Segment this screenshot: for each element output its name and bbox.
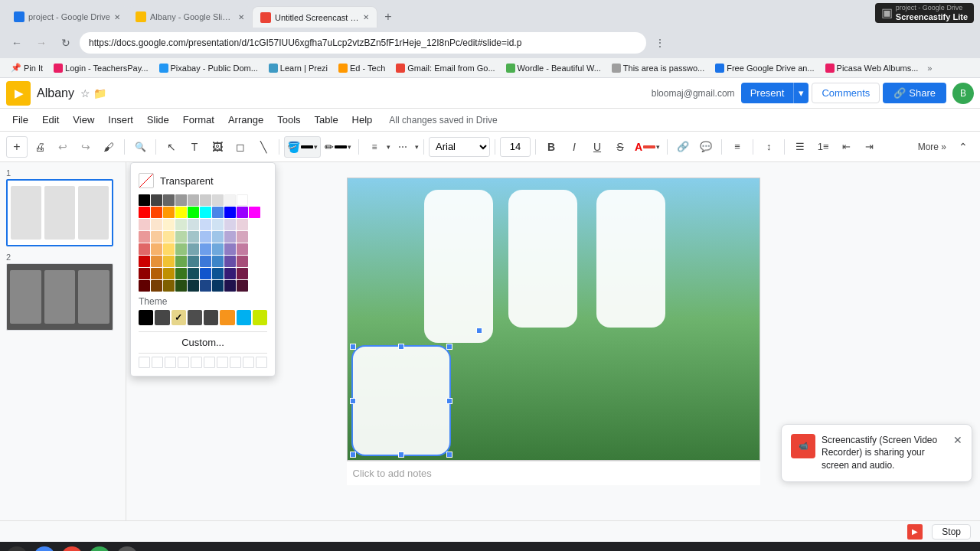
toolbar-text-color-btn[interactable]: A ▾ [632, 136, 662, 158]
recent-color-6[interactable] [204, 357, 215, 368]
color-cell[interactable] [200, 194, 211, 206]
color-cell[interactable] [175, 231, 187, 243]
menu-arrange[interactable]: Arrange [222, 111, 270, 129]
color-cell[interactable] [139, 280, 150, 292]
color-cell[interactable] [188, 256, 199, 267]
color-cell[interactable] [139, 243, 150, 255]
theme-color-2[interactable] [155, 310, 169, 325]
menu-table[interactable]: Table [309, 111, 345, 129]
star-icon[interactable]: ☆ [80, 87, 90, 99]
tab-close-slides[interactable]: ✕ [238, 13, 244, 21]
color-cell[interactable] [163, 268, 175, 279]
extensions-btn[interactable]: ⋮ [649, 32, 671, 54]
color-cell[interactable] [237, 243, 248, 255]
rect-3[interactable] [596, 190, 665, 328]
recent-color-8[interactable] [230, 357, 241, 368]
toolbar-linestyle-btn[interactable]: ⋯ [392, 136, 413, 158]
toolbar-border-dropdown[interactable]: ▾ [387, 143, 390, 151]
color-cell[interactable] [151, 268, 162, 279]
toolbar-strikethrough-btn[interactable]: S [609, 136, 631, 158]
reload-btn[interactable]: ↻ [55, 32, 77, 54]
toolbar-bold-btn[interactable]: B [541, 136, 562, 158]
color-cell[interactable] [151, 194, 162, 206]
color-cell[interactable] [175, 207, 187, 218]
recent-color-2[interactable] [152, 357, 163, 368]
menu-tools[interactable]: Tools [271, 111, 306, 129]
color-cell[interactable] [212, 280, 224, 292]
share-btn[interactable]: 🔗 Share [883, 83, 946, 103]
transparent-option[interactable]: Transparent [139, 171, 267, 194]
color-cell[interactable] [163, 231, 175, 243]
new-tab-btn[interactable]: + [377, 6, 399, 28]
menu-help[interactable]: Help [346, 111, 379, 129]
color-cell[interactable] [188, 207, 199, 218]
color-cell[interactable] [188, 243, 199, 255]
color-cell[interactable] [151, 280, 162, 292]
menu-format[interactable]: Format [177, 111, 220, 129]
theme-color-7[interactable] [237, 310, 251, 325]
bookmark-pinit[interactable]: 📌 Pin It [6, 61, 47, 74]
color-cell[interactable] [139, 207, 150, 218]
color-cell[interactable] [188, 268, 199, 279]
color-cell[interactable] [200, 256, 211, 267]
slide-thumb-1[interactable]: 1 [6, 168, 119, 246]
bookmark-teacherspay[interactable]: Login - TeachersPay... [49, 62, 152, 74]
toolbar-indent-increase-btn[interactable]: ⇥ [858, 136, 880, 158]
color-cell[interactable] [224, 194, 236, 206]
toolbar-link-btn[interactable]: 🔗 [672, 136, 694, 158]
tab-close-drive[interactable]: ✕ [114, 13, 120, 21]
handle-tm[interactable] [398, 344, 404, 350]
forward-btn[interactable]: → [31, 32, 52, 54]
handle-tr[interactable] [446, 344, 452, 350]
recent-color-10[interactable] [256, 357, 267, 368]
toolbar-line-color-btn[interactable]: ✏ ▾ [322, 136, 354, 158]
bg-color-dropdown-arrow[interactable]: ▾ [314, 143, 318, 151]
color-cell[interactable] [212, 256, 224, 267]
theme-color-3[interactable]: ✓ [172, 310, 186, 325]
address-bar[interactable]: https://docs.google.com/presentation/d/1… [80, 32, 646, 54]
color-cell[interactable] [188, 194, 199, 206]
slide-top-handle[interactable] [476, 328, 482, 334]
bookmarks-more[interactable]: » [924, 62, 935, 74]
color-cell[interactable] [249, 207, 260, 218]
comments-btn[interactable]: Comments [812, 83, 880, 103]
toolbar-cursor-btn[interactable]: ↖ [161, 136, 182, 158]
bookmark-gmail[interactable]: Gmail: Email from Go... [391, 62, 499, 74]
color-cell[interactable] [139, 219, 150, 230]
color-cell[interactable] [175, 219, 187, 230]
color-cell[interactable] [151, 207, 162, 218]
color-cell[interactable] [212, 268, 224, 279]
recent-color-1[interactable] [139, 357, 150, 368]
bookmark-password[interactable]: This area is passwo... [607, 62, 709, 74]
toolbar-numlist-btn[interactable]: 1≡ [812, 136, 834, 158]
toolbar-align-btn[interactable]: ≡ [727, 136, 748, 158]
toolbar-comment-btn[interactable]: 💬 [695, 136, 717, 158]
handle-br[interactable] [446, 452, 452, 458]
theme-color-6[interactable] [220, 310, 234, 325]
color-cell[interactable] [224, 207, 236, 218]
color-cell[interactable] [200, 280, 211, 292]
menu-edit[interactable]: Edit [36, 111, 65, 129]
toolbar-indent-decrease-btn[interactable]: ⇤ [835, 136, 857, 158]
theme-color-1[interactable] [139, 310, 153, 325]
color-cell[interactable] [175, 256, 187, 267]
toolbar-linespace-btn[interactable]: ↕ [758, 136, 779, 158]
color-cell[interactable] [139, 194, 150, 206]
color-cell[interactable] [188, 231, 199, 243]
toolbar-underline-btn[interactable]: U [586, 136, 608, 158]
bookmark-googledrive[interactable]: Free Google Drive an... [710, 62, 818, 74]
toolbar-image-btn[interactable]: 🖼 [207, 136, 228, 158]
bookmark-wordle[interactable]: Wordle - Beautiful W... [501, 62, 606, 74]
toolbar-paintformat-btn[interactable]: 🖌 [98, 136, 119, 158]
toolbar-italic-btn[interactable]: I [564, 136, 585, 158]
color-cell[interactable] [175, 268, 187, 279]
screencast-close-btn[interactable]: ✕ [953, 434, 962, 446]
recent-color-9[interactable] [243, 357, 254, 368]
taskbar-chrome-icon[interactable]: ◎ [34, 546, 55, 551]
toolbar-print-btn[interactable]: 🖨 [29, 136, 51, 158]
color-cell[interactable] [224, 231, 236, 243]
toolbar-bg-color-btn[interactable]: 🪣 ▾ [284, 136, 321, 158]
taskbar-drive-icon[interactable]: ▲ [89, 546, 110, 551]
toolbar-redo-btn[interactable]: ↪ [75, 136, 96, 158]
toolbar-list-btn[interactable]: ☰ [789, 136, 811, 158]
